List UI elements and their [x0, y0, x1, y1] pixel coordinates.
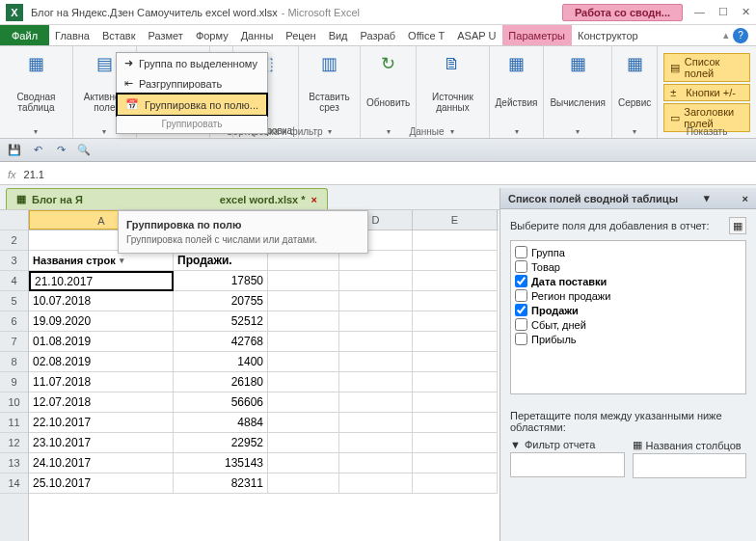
table-row[interactable]: 02.08.20191400	[29, 352, 499, 372]
rowh-4[interactable]: 4	[0, 271, 28, 291]
rg-refresh[interactable]: ↻Обновить▾	[361, 46, 417, 138]
tooltip: Группировка по полю Группировка полей с …	[118, 210, 368, 254]
table-row[interactable]: 22.10.20174884	[29, 413, 499, 433]
menu-8[interactable]: Office T	[402, 25, 451, 45]
field-Прибыль[interactable]: Прибыль	[513, 332, 743, 346]
btn-pmbuttons[interactable]: ±Кнопки +/-	[663, 84, 750, 101]
table-row[interactable]: 11.07.201826180	[29, 372, 499, 392]
menu-4[interactable]: Данны	[235, 25, 281, 45]
app-name: - Microsoft Excel	[282, 7, 360, 18]
ungroup-icon: ⇤	[124, 77, 133, 90]
table-row[interactable]: 19.09.202052512	[29, 311, 499, 332]
group-label-data: Данные	[359, 126, 494, 137]
menu-0[interactable]: Главна	[49, 25, 96, 45]
list-icon: ▤	[670, 62, 680, 73]
field-Группа[interactable]: Группа	[513, 245, 743, 259]
rg-slicer[interactable]: ▥Вставить срез▾Сортировка и фильтр	[299, 46, 361, 138]
field-Продажи[interactable]: Продажи	[513, 303, 743, 317]
formula-value[interactable]: 21.1	[24, 169, 44, 180]
rg-actions[interactable]: ▦Действия▾	[490, 46, 545, 138]
field-Сбыт, дней[interactable]: Сбыт, дней	[513, 317, 743, 332]
table-row[interactable]: 24.10.2017135143	[29, 453, 499, 473]
menu-2[interactable]: Размет	[143, 25, 190, 45]
minimize-icon[interactable]: —	[694, 6, 705, 18]
box-filter[interactable]: ▼Фильтр отчета	[510, 439, 625, 478]
field-Регион продажи[interactable]: Регион продажи	[513, 288, 743, 303]
group-label-show: Показать	[658, 126, 756, 137]
gear-icon[interactable]: ▦	[729, 217, 746, 234]
rg-pivot[interactable]: ▦Сводная таблица▾	[0, 46, 73, 138]
minimize-ribbon-icon[interactable]: ▴	[723, 29, 729, 41]
pane-close-icon[interactable]: ×	[742, 193, 748, 204]
excel-logo-icon: X	[6, 4, 23, 21]
table-row[interactable]: 25.10.201782311	[29, 473, 499, 494]
tab-params[interactable]: Параметры	[502, 25, 572, 45]
rg-calc[interactable]: ▦Вычисления▾	[544, 46, 612, 138]
row-headers: 234567891011121314	[0, 210, 29, 541]
dd-ungroup[interactable]: ⇤Разгруппировать	[117, 73, 267, 94]
fx-icon[interactable]: fx	[0, 169, 24, 180]
field-Дата поставки[interactable]: Дата поставки	[513, 274, 743, 288]
tab-close-icon[interactable]: ×	[311, 194, 317, 205]
pivot-valheader[interactable]: Продажи.	[174, 251, 268, 271]
rowh-3[interactable]: 3	[0, 251, 28, 271]
rowh-14[interactable]: 14	[0, 473, 28, 494]
worksheet: 234567891011121314 A B C D E Названия ст…	[0, 210, 499, 541]
dd-footer: Группировать	[117, 116, 267, 133]
tab-constructor[interactable]: Конструктор	[572, 25, 645, 45]
rowh-[interactable]	[0, 210, 28, 230]
rowh-12[interactable]: 12	[0, 433, 28, 453]
grid[interactable]: A B C D E Названия строк▾Продажи. 21.10.…	[29, 210, 499, 541]
pivot-rowheader[interactable]: Названия строк▾	[29, 251, 174, 271]
file-tab[interactable]: Файл	[0, 25, 49, 45]
redo-icon[interactable]: ↷	[52, 142, 69, 159]
undo-icon[interactable]: ↶	[29, 142, 46, 159]
btn-fieldlist[interactable]: ▤Список полей	[663, 53, 750, 82]
rowh-5[interactable]: 5	[0, 291, 28, 311]
rowh-8[interactable]: 8	[0, 352, 28, 372]
dd-group-selection[interactable]: ➜Группа по выделенному	[117, 53, 267, 73]
chevron-down-icon[interactable]: ▾	[120, 256, 124, 265]
box-columns[interactable]: ▦Названия столбцов	[633, 439, 747, 478]
rowh-13[interactable]: 13	[0, 453, 28, 473]
table-row[interactable]: 21.10.201717850	[29, 271, 499, 291]
help-icon[interactable]: ?	[733, 28, 748, 43]
menu-3[interactable]: Форму	[190, 25, 235, 45]
workbook-tab-active[interactable]: ▦ Блог на Я excel word.xlsx * ×	[6, 188, 328, 209]
excel-doc-icon: ▦	[16, 193, 26, 205]
menu-5[interactable]: Рецен	[280, 25, 322, 45]
field-Товар[interactable]: Товар	[513, 259, 743, 274]
table-row[interactable]: 10.07.201820755	[29, 291, 499, 311]
context-tab-title: Работа со сводн...	[562, 4, 683, 21]
rowh-9[interactable]: 9	[0, 372, 28, 392]
group-icon: ➜	[124, 57, 133, 69]
close-icon[interactable]: ✕	[742, 6, 750, 18]
filter-icon: ▼	[510, 439, 521, 450]
menu-6[interactable]: Вид	[323, 25, 355, 45]
menu-1[interactable]: Вставк	[96, 25, 143, 45]
rowh-10[interactable]: 10	[0, 392, 28, 413]
tooltip-title: Группировка по полю	[126, 219, 360, 230]
rowh-7[interactable]: 7	[0, 332, 28, 352]
table-row[interactable]: 23.10.201722952	[29, 433, 499, 453]
rg-source[interactable]: 🗎Источник данных▾Данные	[417, 46, 489, 138]
rg-show: ▤Список полей ±Кнопки +/- ▭Заголовки пол…	[658, 46, 756, 138]
rowh-2[interactable]: 2	[0, 230, 28, 251]
dd-group-field[interactable]: 📅Группировка по полю...	[116, 93, 268, 117]
rg-tools[interactable]: ▦Сервис▾	[612, 46, 658, 138]
menubar: Файл ГлавнаВставкРазметФормуДанныРеценВи…	[0, 25, 756, 46]
col-E[interactable]: E	[413, 210, 498, 230]
menu-9[interactable]: ASAP U	[451, 25, 502, 45]
preview-icon[interactable]: 🔍	[75, 142, 93, 159]
maximize-icon[interactable]: ☐	[718, 6, 728, 18]
pane-title: Список полей сводной таблицы▾×	[500, 188, 756, 209]
save-icon[interactable]: 💾	[6, 142, 23, 159]
pane-subtitle: Выберите поля для добавления в отчет:▦	[510, 217, 746, 234]
table-row[interactable]: 12.07.201856606	[29, 392, 499, 413]
chevron-down-icon[interactable]: ▾	[704, 192, 710, 204]
table-row[interactable]: 01.08.201942768	[29, 332, 499, 352]
rowh-11[interactable]: 11	[0, 413, 28, 433]
plusminus-icon: ±	[670, 87, 682, 98]
rowh-6[interactable]: 6	[0, 311, 28, 332]
menu-7[interactable]: Разраб	[355, 25, 403, 45]
